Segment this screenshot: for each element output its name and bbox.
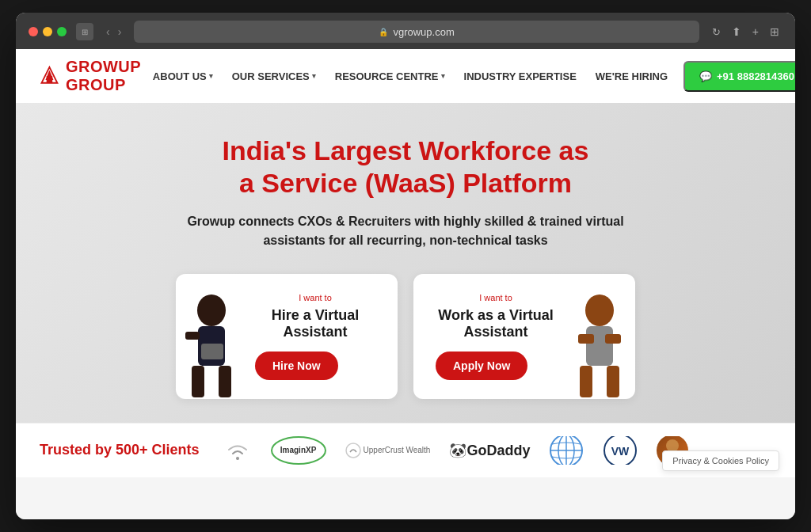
window-control-icon[interactable]: ⊞	[76, 23, 93, 40]
address-bar[interactable]: 🔒 vgrowup.com	[134, 21, 699, 43]
godaddy-logo: 🐼GoDaddy	[449, 436, 530, 465]
un-logo-svg	[549, 436, 584, 465]
work-card: I want to Work as a Virtual Assistant Ap…	[413, 274, 635, 399]
traffic-lights	[29, 27, 67, 36]
apply-now-button[interactable]: Apply Now	[436, 352, 527, 380]
nav-industry-expertise[interactable]: INDUSTRY EXPERTISE	[464, 70, 577, 82]
close-button[interactable]	[29, 27, 38, 36]
chevron-down-icon: ▾	[441, 72, 445, 80]
chevron-down-icon: ▾	[312, 72, 316, 80]
logo-wifi	[223, 436, 252, 465]
maximize-button[interactable]	[57, 27, 67, 36]
svg-point-3	[197, 294, 226, 326]
browser-window: ⊞ ‹ › 🔒 vgrowup.com ↻ ⬆ + ⊞	[16, 13, 795, 519]
cookie-notice[interactable]: Privacy & Cookies Policy	[662, 450, 779, 471]
work-person-figure	[556, 288, 643, 399]
person-right-svg	[556, 288, 643, 399]
svg-rect-13	[578, 334, 594, 344]
hero-section: India's Largest Workforce as a Service (…	[16, 103, 795, 423]
back-button[interactable]: ‹	[103, 24, 113, 40]
svg-rect-7	[201, 344, 223, 359]
browser-chrome: ⊞ ‹ › 🔒 vgrowup.com ↻ ⬆ + ⊞	[16, 13, 795, 49]
work-card-title: Work as a Virtual Assistant	[436, 307, 556, 340]
svg-rect-5	[192, 366, 204, 397]
chevron-down-icon: ▾	[209, 72, 213, 80]
uppercrust-icon	[345, 443, 361, 458]
logo-icon	[40, 60, 59, 92]
person-left-svg	[168, 288, 255, 399]
hire-now-button[interactable]: Hire Now	[255, 352, 338, 380]
nav-arrows: ‹ ›	[103, 24, 124, 40]
url-text: vgrowup.com	[393, 26, 454, 38]
nav-about-us[interactable]: ABOUT US ▾	[153, 70, 213, 82]
whatsapp-icon: 💬	[699, 70, 712, 82]
bottom-section: Trusted by 500+ Clients ImaginXP	[16, 423, 795, 477]
svg-point-16	[346, 443, 360, 458]
logo-text: GROWUP GROUP	[66, 58, 153, 94]
lock-icon: 🔒	[379, 28, 388, 36]
uppercrust-text: UpperCrust Wealth	[364, 446, 431, 454]
logo[interactable]: GROWUP GROUP	[40, 58, 153, 94]
nav-were-hiring[interactable]: WE'RE HIRING	[596, 70, 668, 82]
minimize-button[interactable]	[43, 27, 52, 36]
volkswagen-logo: VW	[603, 436, 638, 465]
nav-our-services[interactable]: OUR SERVICES ▾	[232, 70, 316, 82]
share-button[interactable]: ⬆	[729, 24, 744, 40]
uppercrust-logo: UpperCrust Wealth	[345, 436, 431, 465]
new-tab-button[interactable]: +	[749, 24, 762, 40]
svg-point-9	[585, 294, 614, 326]
hero-title: India's Largest Workforce as a Service (…	[40, 135, 771, 200]
refresh-button[interactable]: ↻	[709, 25, 724, 40]
trusted-clients-text: Trusted by 500+ Clients	[40, 442, 200, 458]
logo-group: GROUP	[66, 76, 126, 93]
svg-text:VW: VW	[611, 445, 630, 458]
phone-number: +91 8882814360	[717, 70, 794, 82]
svg-rect-12	[607, 366, 619, 397]
svg-rect-14	[605, 334, 621, 344]
work-card-tag: I want to	[436, 293, 556, 302]
hire-person-figure	[168, 288, 255, 399]
imaginxp-logo: ImaginXP	[271, 436, 326, 465]
vw-logo-svg: VW	[603, 436, 638, 465]
svg-rect-10	[586, 326, 613, 366]
phone-cta-button[interactable]: 💬 +91 8882814360	[683, 61, 795, 92]
hero-subtitle: Growup connects CXOs & Recruiters with h…	[184, 212, 627, 250]
svg-rect-8	[185, 332, 200, 340]
navbar: GROWUP GROUP ABOUT US ▾ OUR SERVICES ▾ R…	[16, 49, 795, 103]
forward-button[interactable]: ›	[115, 24, 125, 40]
browser-actions: ↻ ⬆ + ⊞	[709, 24, 782, 40]
hire-card-title: Hire a Virtual Assistant	[255, 307, 375, 340]
svg-rect-6	[219, 366, 231, 397]
client-logos: ImaginXP UpperCrust Wealth 🐼GoDaddy	[223, 436, 689, 465]
svg-point-15	[236, 457, 239, 460]
nav-resource-centre[interactable]: RESOURCE CENTRE ▾	[335, 70, 445, 82]
nav-links: ABOUT US ▾ OUR SERVICES ▾ RESOURCE CENTR…	[153, 70, 668, 82]
hire-card: I want to Hire a Virtual Assistant Hire …	[176, 274, 398, 399]
wifi-logo-svg	[223, 436, 252, 465]
svg-rect-2	[47, 76, 52, 83]
godaddy-text: 🐼GoDaddy	[449, 442, 530, 459]
united-nations-logo	[549, 436, 584, 465]
imaginxp-text: ImaginXP	[280, 446, 317, 454]
cards-container: I want to Hire a Virtual Assistant Hire …	[40, 274, 771, 399]
cookie-notice-text: Privacy & Cookies Policy	[672, 456, 769, 466]
hire-card-tag: I want to	[255, 293, 375, 302]
logo-brand: GROWUP	[66, 58, 141, 75]
page-content: GROWUP GROUP ABOUT US ▾ OUR SERVICES ▾ R…	[16, 49, 795, 519]
svg-rect-11	[580, 366, 592, 397]
grid-button[interactable]: ⊞	[767, 24, 782, 40]
